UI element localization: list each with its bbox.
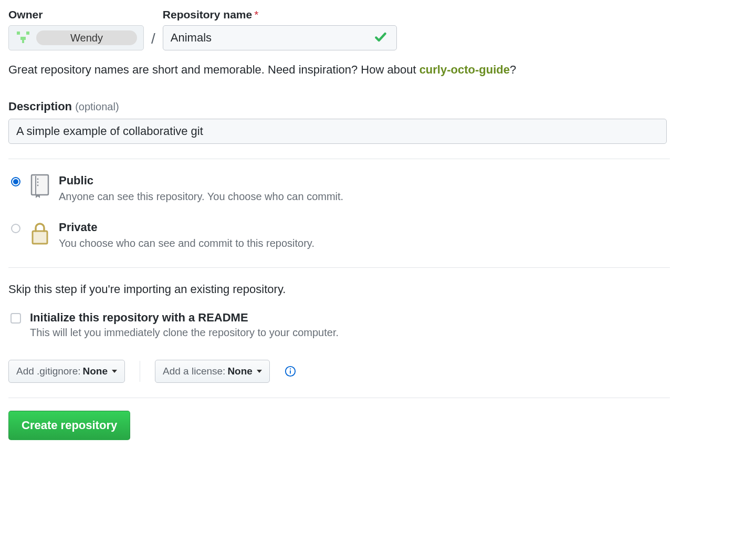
svg-point-8 [37, 185, 39, 186]
lock-icon [29, 221, 51, 246]
svg-point-6 [37, 179, 39, 180]
chevron-down-icon [257, 370, 262, 373]
public-title: Public [59, 174, 343, 187]
description-label: Description (optional) [8, 100, 670, 113]
optional-text: (optional) [75, 101, 119, 112]
svg-rect-3 [22, 40, 24, 43]
readme-title: Initialize this repository with a README [30, 311, 339, 325]
divider [8, 398, 670, 398]
create-repository-button[interactable]: Create repository [8, 411, 130, 440]
chevron-down-icon [112, 370, 117, 373]
svg-rect-0 [17, 32, 20, 35]
name-hint: Great repository names are short and mem… [8, 63, 670, 77]
svg-rect-9 [33, 231, 47, 244]
repo-icon [29, 174, 51, 199]
divider [8, 159, 670, 159]
svg-rect-1 [26, 32, 29, 35]
repo-name-input[interactable] [163, 25, 397, 50]
gitignore-dropdown[interactable]: Add .gitignore: None [8, 360, 125, 383]
repo-name-label: Repository name* [163, 8, 397, 21]
divider [8, 267, 670, 268]
description-input[interactable] [8, 119, 667, 144]
visibility-public-radio[interactable] [11, 177, 20, 186]
readme-desc: This will let you immediately clone the … [30, 327, 339, 339]
initialize-readme-checkbox[interactable] [10, 313, 21, 324]
info-icon[interactable] [285, 366, 296, 377]
visibility-private-radio[interactable] [11, 224, 20, 233]
slash-separator: / [151, 30, 155, 50]
license-dropdown[interactable]: Add a license: None [155, 360, 270, 383]
public-desc: Anyone can see this repository. You choo… [59, 191, 343, 203]
skip-text: Skip this step if you're importing an ex… [8, 283, 670, 296]
owner-selector[interactable]: Wendy [8, 25, 144, 50]
required-asterisk: * [254, 8, 258, 20]
svg-rect-2 [20, 37, 26, 40]
owner-label: Owner [8, 8, 144, 21]
svg-rect-4 [32, 175, 48, 195]
avatar-icon [15, 30, 31, 46]
vertical-divider [140, 361, 140, 382]
owner-name: Wendy [70, 32, 103, 44]
svg-point-7 [37, 182, 39, 183]
private-title: Private [59, 221, 314, 234]
suggested-name-link[interactable]: curly-octo-guide [419, 63, 510, 76]
private-desc: You choose who can see and commit to thi… [59, 237, 314, 249]
svg-point-12 [290, 368, 291, 369]
